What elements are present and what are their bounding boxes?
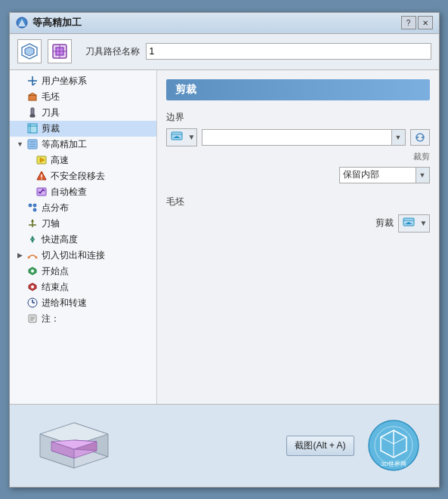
- svg-point-28: [29, 204, 32, 207]
- tree-item-unsafe[interactable]: 不安全段移去: [19, 168, 156, 184]
- boundary-row: ▼ ▼: [166, 128, 430, 146]
- unsafe-icon: [36, 170, 48, 182]
- svg-point-38: [35, 257, 37, 259]
- tree-item-ptdist[interactable]: 点分布: [10, 200, 156, 216]
- close-button[interactable]: ✕: [418, 16, 433, 29]
- tree-item-start[interactable]: 开始点: [10, 263, 156, 279]
- tree-label-start: 开始点: [42, 265, 69, 278]
- help-button[interactable]: ?: [401, 16, 416, 29]
- 3d-preview: [25, 411, 123, 479]
- svg-rect-13: [31, 108, 34, 115]
- tool-icon: [26, 106, 39, 119]
- tree-item-qjgd[interactable]: 快进高度: [10, 232, 156, 248]
- tree-item-tool[interactable]: 刀具: [10, 105, 156, 121]
- toolbar: 刀具路径名称: [10, 34, 439, 70]
- tree-label-qjgd: 快进高度: [42, 233, 78, 246]
- tree-label-jgjg: 等高精加工: [42, 138, 87, 151]
- svg-marker-12: [29, 93, 36, 95]
- expand-icon-start: [16, 266, 25, 276]
- clip-icon: [26, 122, 39, 134]
- tree-item-fast[interactable]: 高速: [19, 152, 156, 168]
- right-panel: 剪裁 边界 ▼: [157, 70, 439, 404]
- cut-connect-icon: [26, 249, 39, 261]
- tree-item-auto[interactable]: 自动检查: [19, 184, 156, 200]
- boundary-refresh-btn[interactable]: [410, 129, 430, 146]
- svg-marker-3: [25, 47, 34, 56]
- tree-item-end[interactable]: 结束点: [10, 279, 156, 295]
- boundary-section: 边界 ▼: [166, 111, 430, 183]
- expand-icon-jgjg: ▼: [16, 140, 25, 149]
- bottom-bar: 截图(Alt + A) 3D世界网: [10, 404, 439, 487]
- main-window: 等高精加工 ? ✕ 刀具路径名称: [9, 12, 440, 488]
- tree-label-note: 注：: [42, 313, 60, 325]
- tree-item-note[interactable]: 注：: [10, 311, 156, 327]
- keep-dropdown[interactable]: 保留内部 ▼: [339, 167, 430, 183]
- boundary-type-arrow: ▼: [187, 133, 197, 141]
- note-icon: [26, 313, 39, 325]
- svg-marker-54: [416, 137, 419, 140]
- svg-marker-36: [31, 240, 34, 243]
- keep-dropdown-arrow[interactable]: ▼: [416, 168, 429, 183]
- svg-marker-32: [31, 219, 34, 222]
- 3d-box-svg: [25, 411, 123, 479]
- svg-point-29: [33, 208, 36, 211]
- tree-item-jgjg[interactable]: ▼ 等高精加工: [10, 137, 156, 152]
- tree-item-feedrate[interactable]: 进给和转速: [10, 295, 156, 311]
- tree-item-blank[interactable]: 毛坯: [10, 89, 156, 105]
- expand-icon-qjgd: [16, 235, 25, 244]
- section-title: 剪裁: [166, 79, 430, 100]
- qjgd-icon: [26, 233, 39, 245]
- expand-icon-feedrate: [16, 298, 25, 307]
- boundary-dropdown[interactable]: ▼: [202, 129, 405, 146]
- svg-rect-15: [28, 124, 37, 133]
- logo-area: 3D世界网: [363, 415, 424, 476]
- tree-label-blank: 毛坯: [42, 91, 60, 103]
- tree-label-tool: 刀具: [42, 106, 60, 119]
- boundary-dropdown-arrow[interactable]: ▼: [391, 130, 405, 145]
- capture-button[interactable]: 截图(Alt + A): [286, 436, 354, 456]
- toolbar-icon-2[interactable]: [48, 39, 72, 63]
- expand-icon-axis: [16, 219, 25, 228]
- logo-svg: 3D世界网: [367, 419, 420, 472]
- blank-type-icon: [399, 215, 419, 231]
- blank-clip-text: 剪裁: [375, 217, 394, 229]
- blank-type-btn[interactable]: ▼: [398, 214, 430, 233]
- expand-icon-tool: [16, 108, 25, 117]
- feedrate-icon: [26, 297, 39, 309]
- toolbar-icon-1[interactable]: [17, 39, 42, 63]
- path-name-label: 刀具路径名称: [85, 45, 140, 58]
- boundary-type-icon: [167, 129, 187, 145]
- clip-row: 裁剪: [166, 151, 430, 162]
- expand-icon-fast: [25, 156, 34, 165]
- blank-type-arrow: ▼: [419, 219, 429, 227]
- expand-icon-note: [16, 314, 25, 323]
- fast-icon: [36, 154, 48, 166]
- svg-point-40: [31, 270, 34, 273]
- path-name-input[interactable]: [146, 43, 431, 60]
- svg-point-42: [31, 285, 34, 288]
- svg-rect-14: [30, 115, 35, 117]
- tree-label-cut-connect: 切入切出和连接: [42, 249, 105, 262]
- boundary-type-btn[interactable]: ▼: [166, 128, 198, 146]
- tree-label-clip: 剪裁: [42, 122, 60, 135]
- expand-icon: [16, 76, 25, 85]
- tree-item-axis[interactable]: 刀轴: [10, 216, 156, 232]
- tree-label-unsafe: 不安全段移去: [51, 170, 105, 183]
- tree-item-cut-connect[interactable]: ▶ 切入切出和连接: [10, 248, 156, 263]
- keep-value: 保留内部: [340, 168, 416, 181]
- svg-marker-35: [31, 236, 34, 239]
- blank-icon: [26, 91, 39, 103]
- svg-text:3D世界网: 3D世界网: [380, 460, 406, 467]
- tree-item-user-coord[interactable]: 用户坐标系: [10, 73, 156, 89]
- end-icon: [26, 281, 39, 293]
- keep-row: 保留内部 ▼: [166, 167, 430, 183]
- blank-section: 毛坯 剪裁 ▼: [166, 196, 430, 233]
- blank-clip-row: 剪裁 ▼: [166, 214, 430, 233]
- blank-label: 毛坯: [166, 196, 430, 208]
- expand-icon-auto: [25, 187, 34, 196]
- tree-label-user-coord: 用户坐标系: [42, 75, 87, 88]
- user-coord-icon: [26, 75, 39, 87]
- auto-icon: [36, 186, 48, 198]
- tree-label-auto: 自动检查: [51, 186, 87, 199]
- tree-item-clip[interactable]: 剪裁: [10, 121, 156, 137]
